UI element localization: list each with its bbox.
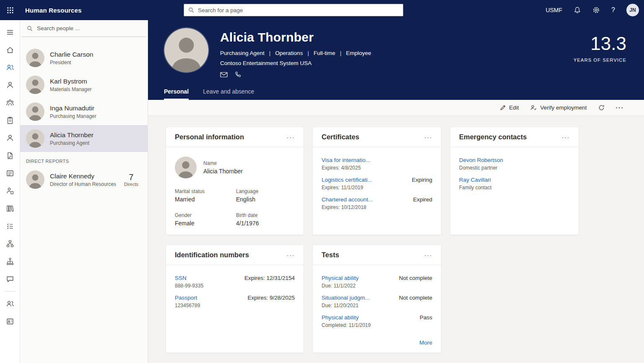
card-more-icon[interactable]: ··· xyxy=(562,134,570,140)
main-content: Personal information ··· Name Alicia Tho… xyxy=(148,116,644,363)
document-edit-icon[interactable] xyxy=(0,147,20,165)
directs-number: 7 xyxy=(124,172,138,182)
teams-icon[interactable] xyxy=(0,94,20,112)
checklist-icon[interactable] xyxy=(0,217,20,235)
help-icon[interactable]: ? xyxy=(611,6,615,14)
person-title: Director of Human Resources xyxy=(50,181,116,187)
person-avatar xyxy=(26,170,44,189)
test-date: Due: 11/1/2022 xyxy=(322,283,359,289)
certificate-expiry: Expires: 10/12/2018 xyxy=(322,204,373,210)
employee-name: Alicia Thornber xyxy=(220,30,371,44)
card-more-icon[interactable]: ··· xyxy=(287,252,295,258)
person-list-item[interactable]: Inga Numadutir Purchasing Manager xyxy=(20,98,148,125)
field-label: Birth date xyxy=(236,212,295,218)
tests-more-link[interactable]: More xyxy=(419,339,432,346)
toolbar-more-icon[interactable]: ··· xyxy=(616,104,624,111)
department: Operations xyxy=(275,50,303,56)
person-assignment-icon[interactable] xyxy=(0,182,20,200)
test-link[interactable]: Physical ability xyxy=(322,274,359,282)
person-title: President xyxy=(50,60,93,65)
refresh-icon[interactable] xyxy=(598,104,605,111)
certificate-card-icon[interactable] xyxy=(0,165,20,182)
profile-tabs: Personal Leave and absence xyxy=(164,88,254,100)
field-label: Marital status xyxy=(175,188,236,194)
employee-meta: Purchasing Agent | Operations | Full-tim… xyxy=(220,50,371,56)
employee-photo xyxy=(164,28,208,72)
identification-numbers-card: Identification numbers ··· SSN 888-99-93… xyxy=(166,245,304,353)
tab-leave-and-absence[interactable]: Leave and absence xyxy=(203,88,254,100)
library-books-icon[interactable] xyxy=(0,200,20,217)
emergency-contact-row: Ray Cavillari Family contact xyxy=(459,176,570,191)
expand-menu-icon[interactable] xyxy=(0,24,20,41)
contact-icon[interactable] xyxy=(0,129,20,147)
person-list-item[interactable]: Karl Bystrom Materials Manager xyxy=(20,71,148,98)
edit-button-label: Edit xyxy=(509,104,519,111)
settings-gear-icon[interactable] xyxy=(592,6,600,14)
card-title: Identification numbers xyxy=(175,251,249,259)
contact-link[interactable]: Ray Cavillari xyxy=(459,176,491,183)
certificate-link[interactable]: Logistics certificati... xyxy=(322,176,372,183)
test-row: Physical ability Completed: 11/1/2019 Pa… xyxy=(322,314,432,328)
person-icon[interactable] xyxy=(0,76,20,94)
email-icon[interactable] xyxy=(220,72,228,78)
employee-thumbnail xyxy=(175,157,197,178)
verify-employment-button[interactable]: Verify employment xyxy=(530,104,587,111)
direct-report-list-item[interactable]: Claire Kennedy Director of Human Resourc… xyxy=(20,166,148,193)
app-title: Human Resources xyxy=(25,7,82,14)
certificate-link[interactable]: Chartered account... xyxy=(322,196,373,203)
emergency-contact-row: Devon Robertson Domestic partner xyxy=(459,157,570,171)
user-avatar[interactable]: JN xyxy=(626,4,639,16)
hierarchy-icon[interactable] xyxy=(0,253,20,270)
identification-link[interactable]: SSN xyxy=(175,274,203,282)
page-search-box[interactable] xyxy=(184,4,403,16)
person-name: Karl Bystrom xyxy=(50,78,91,85)
notifications-bell-icon[interactable] xyxy=(574,6,581,14)
test-date: Due: 11/20/2021 xyxy=(322,303,370,308)
identification-row: SSN 888-99-9335 Expires: 12/31/2154 xyxy=(175,274,295,289)
job-title: Purchasing Agent xyxy=(220,50,265,56)
employee-badge-icon[interactable] xyxy=(0,313,20,330)
card-more-icon[interactable]: ··· xyxy=(424,252,433,258)
identification-row: Passport 123456789 Expires: 9/28/2025 xyxy=(175,294,295,308)
feedback-chat-icon[interactable] xyxy=(0,270,20,288)
identification-link[interactable]: Passport xyxy=(175,294,200,301)
person-name: Inga Numadutir xyxy=(50,104,96,112)
team-management-icon[interactable] xyxy=(0,295,20,313)
field-label: Name xyxy=(203,160,243,166)
certificate-row: Visa for internatio... Expires: 4/8/2025 xyxy=(322,157,432,171)
people-search-box[interactable] xyxy=(22,20,146,37)
person-list-item[interactable]: Charlie Carson President xyxy=(20,44,148,71)
tab-personal[interactable]: Personal xyxy=(164,88,189,100)
test-link[interactable]: Situational judgm... xyxy=(322,294,370,301)
search-icon xyxy=(27,26,33,31)
field-label: Language xyxy=(236,188,295,194)
directs-count: 7 Directs xyxy=(124,172,142,187)
edit-button[interactable]: Edit xyxy=(500,104,519,111)
person-avatar xyxy=(26,102,44,121)
page-search-input[interactable] xyxy=(198,7,399,13)
employees-icon[interactable] xyxy=(0,59,20,76)
identification-number: 888-99-9335 xyxy=(175,283,203,289)
field-value: English xyxy=(236,196,295,203)
certificate-link[interactable]: Visa for internatio... xyxy=(322,157,370,164)
verify-employment-label: Verify employment xyxy=(540,104,587,111)
company-picker[interactable]: USMF xyxy=(545,7,562,13)
meta-separator: | xyxy=(269,50,271,56)
test-link[interactable]: Physical ability xyxy=(322,314,371,321)
phone-icon[interactable] xyxy=(235,71,241,78)
card-more-icon[interactable]: ··· xyxy=(287,134,295,140)
clipboard-icon[interactable] xyxy=(0,112,20,129)
person-list-item-selected[interactable]: Alicia Thornber Purchasing Agent xyxy=(20,125,148,152)
org-structure-icon[interactable] xyxy=(0,235,20,253)
directs-label: Directs xyxy=(124,182,138,187)
card-more-icon[interactable]: ··· xyxy=(424,134,433,140)
app-launcher-icon[interactable] xyxy=(0,0,20,20)
certificates-card: Certificates ··· Visa for internatio... … xyxy=(312,127,441,235)
years-of-service: 13.3 YEARS OF SERVICE xyxy=(574,34,626,63)
contact-relationship: Domestic partner xyxy=(459,165,503,171)
field-value: Married xyxy=(175,196,236,203)
identification-number: 123456789 xyxy=(175,303,200,308)
contact-link[interactable]: Devon Robertson xyxy=(459,157,503,164)
home-icon[interactable] xyxy=(0,41,20,59)
people-search-input[interactable] xyxy=(37,25,141,31)
